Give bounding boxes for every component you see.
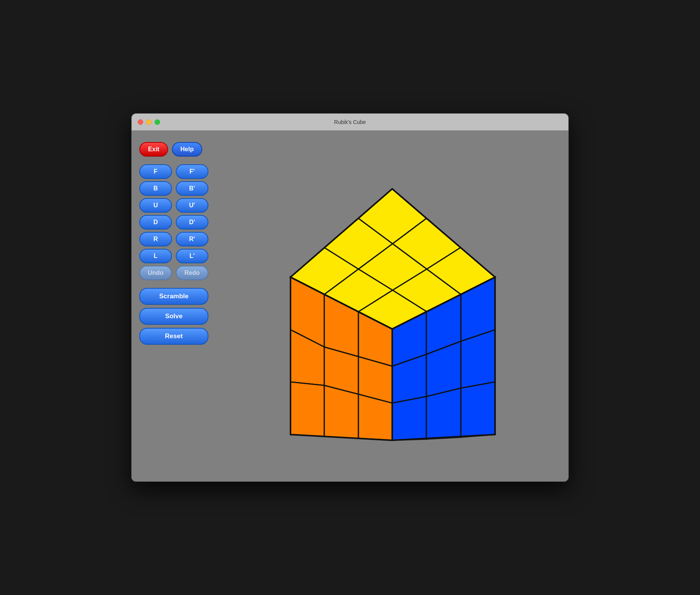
l-prime-button[interactable]: L' xyxy=(176,249,208,263)
move-row-r: R R' xyxy=(139,232,216,246)
r-button[interactable]: R xyxy=(139,232,172,246)
cube-svg xyxy=(262,168,523,444)
right-cell-2-0 xyxy=(392,397,426,440)
maximize-button[interactable] xyxy=(155,119,160,125)
d-prime-button[interactable]: D' xyxy=(176,215,208,230)
action-buttons: Scramble Solve Reset xyxy=(139,288,216,345)
d-button[interactable]: D xyxy=(139,215,172,230)
right-cell-2-2 xyxy=(461,382,495,437)
move-row-u: U U' xyxy=(139,198,216,213)
undo-button[interactable]: Undo xyxy=(139,266,172,280)
right-cell-2-1 xyxy=(426,388,461,439)
move-row-f: F F' xyxy=(139,164,216,179)
exit-button[interactable]: Exit xyxy=(139,142,168,157)
top-buttons: Exit Help xyxy=(139,142,216,157)
move-buttons: F F' B B' U U' D D' R R' xyxy=(139,164,216,280)
move-row-d: D D' xyxy=(139,215,216,230)
titlebar: Rubik's Cube xyxy=(132,114,568,131)
b-button[interactable]: B xyxy=(139,181,172,196)
b-prime-button[interactable]: B' xyxy=(176,181,208,196)
move-row-b: B B' xyxy=(139,181,216,196)
traffic-lights xyxy=(138,119,160,125)
u-button[interactable]: U xyxy=(139,198,172,213)
move-row-l: L L' xyxy=(139,249,216,263)
r-prime-button[interactable]: R' xyxy=(176,232,208,246)
f-prime-button[interactable]: F' xyxy=(176,164,208,179)
close-button[interactable] xyxy=(138,119,143,125)
f-button[interactable]: F xyxy=(139,164,172,179)
sidebar: Exit Help F F' B B' U U' D D' xyxy=(139,138,216,474)
front-cell-2-0 xyxy=(291,382,324,436)
move-row-undo: Undo Redo xyxy=(139,266,216,280)
minimize-button[interactable] xyxy=(146,119,152,125)
front-cell-2-1 xyxy=(324,385,358,438)
u-prime-button[interactable]: U' xyxy=(176,198,208,213)
app-window: Rubik's Cube Exit Help F F' B B' U U' xyxy=(131,113,569,482)
redo-button[interactable]: Redo xyxy=(176,266,208,280)
window-title: Rubik's Cube xyxy=(334,119,366,125)
front-cell-2-2 xyxy=(358,394,392,440)
scramble-button[interactable]: Scramble xyxy=(139,288,208,305)
reset-button[interactable]: Reset xyxy=(139,328,208,345)
l-button[interactable]: L xyxy=(139,249,172,263)
help-button[interactable]: Help xyxy=(172,142,202,157)
cube-display xyxy=(224,138,561,474)
main-content: Exit Help F F' B B' U U' D D' xyxy=(132,131,568,481)
solve-button[interactable]: Solve xyxy=(139,308,208,325)
